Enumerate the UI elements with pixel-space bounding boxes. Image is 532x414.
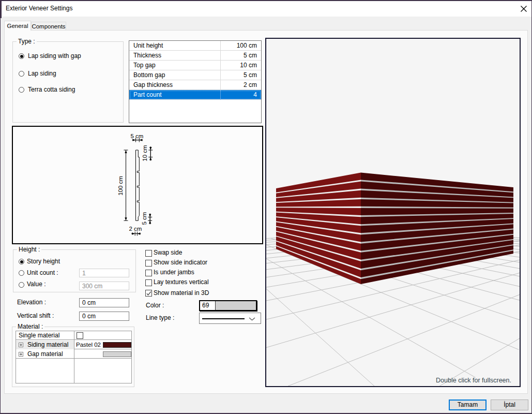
- svg-text:5 cm: 5 cm: [131, 133, 144, 139]
- svg-text:2 cm: 2 cm: [129, 226, 142, 232]
- svg-text:5 cm: 5 cm: [141, 212, 147, 225]
- svg-text:10 cm: 10 cm: [142, 145, 148, 161]
- svg-text:Double click for fullscreen.: Double click for fullscreen.: [436, 377, 511, 384]
- svg-text:100 cm: 100 cm: [117, 176, 124, 196]
